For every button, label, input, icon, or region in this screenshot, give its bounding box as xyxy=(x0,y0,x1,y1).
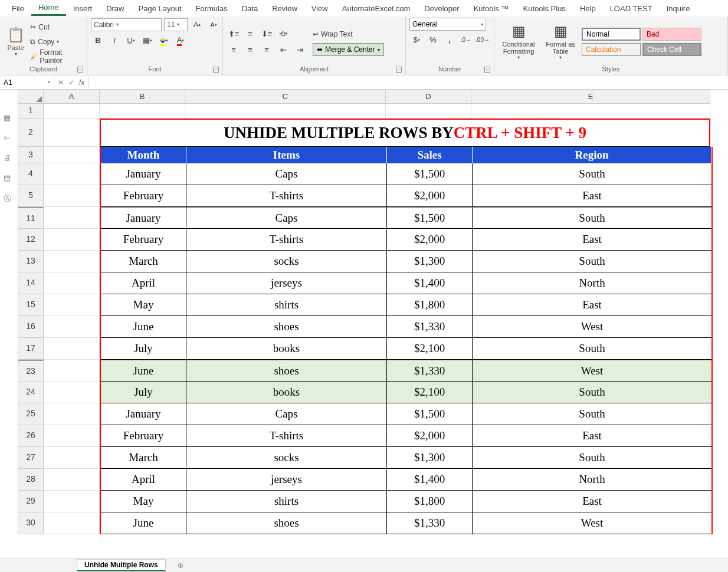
tab-file[interactable]: File xyxy=(5,2,31,15)
font-color-button[interactable]: A▾ xyxy=(173,34,188,47)
dialog-launcher-icon[interactable]: ⌐ xyxy=(484,67,490,73)
row-header-5[interactable]: 5 xyxy=(18,185,44,207)
cell-C23[interactable]: shoes xyxy=(186,360,387,382)
cell-B16[interactable]: June xyxy=(101,316,186,338)
row-header-15[interactable]: 15 xyxy=(18,294,44,316)
cell-D12[interactable]: $2,000 xyxy=(387,229,473,251)
cell-B11[interactable]: January xyxy=(101,208,186,229)
paste-button[interactable]: 📋 Paste ▾ xyxy=(4,21,28,63)
cell-D15[interactable]: $1,800 xyxy=(387,294,473,316)
row-header-26[interactable]: 26 xyxy=(18,425,44,447)
row-header-14[interactable]: 14 xyxy=(18,272,44,294)
col-header-D[interactable]: D xyxy=(386,90,471,104)
cell-B30[interactable]: June xyxy=(101,512,186,534)
cell-E28[interactable]: North xyxy=(473,469,711,491)
comma-button[interactable]: , xyxy=(442,34,457,47)
cell-A13[interactable] xyxy=(44,251,100,272)
wrap-text-button[interactable]: ↩Wrap Text xyxy=(313,27,384,41)
cell-B28[interactable]: April xyxy=(101,469,186,491)
style-calculation[interactable]: Calculation xyxy=(582,43,641,56)
row-header-11[interactable]: 11 xyxy=(18,207,44,229)
row-header-28[interactable]: 28 xyxy=(18,469,44,491)
cell-B14[interactable]: April xyxy=(101,272,186,294)
row-header-23[interactable]: 23 xyxy=(18,360,44,382)
cell-E11[interactable]: South xyxy=(473,208,711,229)
tab-draw[interactable]: Draw xyxy=(99,2,131,15)
cell-B12[interactable]: February xyxy=(101,229,186,251)
cell-B29[interactable]: May xyxy=(101,491,186,512)
pin-icon[interactable]: ▤ xyxy=(4,173,13,183)
dialog-launcher-icon[interactable]: ⌐ xyxy=(213,67,219,73)
row-header-13[interactable]: 13 xyxy=(18,251,44,272)
new-sheet-button[interactable]: ⊕ xyxy=(178,561,183,570)
cell-D11[interactable]: $1,500 xyxy=(387,208,473,229)
accounting-button[interactable]: $▾ xyxy=(409,34,424,47)
cell-C15[interactable]: shirts xyxy=(186,294,387,316)
cell-E25[interactable]: South xyxy=(473,403,711,425)
header-month[interactable]: Month xyxy=(101,147,186,163)
align-center-button[interactable]: ≡ xyxy=(243,43,257,56)
cell-D16[interactable]: $1,330 xyxy=(387,316,473,338)
percent-button[interactable]: % xyxy=(426,34,440,47)
cell-D5[interactable]: $2,000 xyxy=(387,185,473,207)
increase-decimal-button[interactable]: .0→ xyxy=(459,34,473,47)
dialog-launcher-icon[interactable]: ⌐ xyxy=(396,67,402,73)
cell-E17[interactable]: South xyxy=(473,338,711,360)
bold-button[interactable]: B xyxy=(91,34,105,47)
cell-B13[interactable]: March xyxy=(101,251,186,272)
fx-icon[interactable]: fx xyxy=(79,78,84,87)
cell-A11[interactable] xyxy=(44,207,100,229)
style-bad[interactable]: Bad xyxy=(642,28,701,41)
orientation-button[interactable]: ⟲▾ xyxy=(276,27,290,40)
tab-kutools-plus[interactable]: Kutools Plus xyxy=(516,2,573,15)
cell-A17[interactable] xyxy=(44,338,100,360)
cell-C30[interactable]: shoes xyxy=(186,512,387,534)
pin-icon[interactable]: ⇦ xyxy=(4,133,13,143)
cell-B23[interactable]: June xyxy=(101,360,186,382)
font-name-combo[interactable]: Calibri▾ xyxy=(91,18,162,31)
cell-D30[interactable]: $1,330 xyxy=(387,512,473,534)
pin-icon[interactable]: 🖨 xyxy=(4,153,13,163)
header-region[interactable]: Region xyxy=(473,147,711,163)
tab-load-test[interactable]: LOAD TEST xyxy=(603,2,660,15)
tab-formulas[interactable]: Formulas xyxy=(189,2,235,15)
border-button[interactable]: ▦▾ xyxy=(140,34,155,47)
decrease-indent-button[interactable]: ⇤ xyxy=(276,43,290,56)
cell-C17[interactable]: books xyxy=(186,338,387,360)
row-header-12[interactable]: 12 xyxy=(18,229,44,251)
cell-E15[interactable]: East xyxy=(473,294,711,316)
cell-C27[interactable]: socks xyxy=(186,447,387,469)
cell-A28[interactable] xyxy=(44,469,100,491)
cell-E26[interactable]: East xyxy=(473,425,711,447)
cell-D14[interactable]: $1,400 xyxy=(387,272,473,294)
cell-E12[interactable]: East xyxy=(473,229,711,251)
row-header-16[interactable]: 16 xyxy=(18,316,44,338)
tab-insert[interactable]: Insert xyxy=(66,2,100,15)
col-header-E[interactable]: E xyxy=(471,90,710,104)
row-header-25[interactable]: 25 xyxy=(18,403,44,425)
align-right-button[interactable]: ≡ xyxy=(260,43,274,56)
row-header-3[interactable]: 3 xyxy=(18,147,44,163)
cell-C25[interactable]: Caps xyxy=(186,403,387,425)
pin-icon[interactable]: Ⓐ xyxy=(4,193,13,203)
cell-A24[interactable] xyxy=(44,382,100,403)
cell-B26[interactable]: February xyxy=(101,425,186,447)
fill-color-button[interactable]: ⬙▾ xyxy=(157,34,171,47)
cell-A15[interactable] xyxy=(44,294,100,316)
header-items[interactable]: Items xyxy=(186,147,387,163)
cell-E27[interactable]: South xyxy=(473,447,711,469)
tab-developer[interactable]: Developer xyxy=(417,2,466,15)
cell-D27[interactable]: $1,300 xyxy=(387,447,473,469)
cell-C12[interactable]: T-shirts xyxy=(186,229,387,251)
cell-C29[interactable]: shirts xyxy=(186,491,387,512)
cell-D28[interactable]: $1,400 xyxy=(387,469,473,491)
cell-A25[interactable] xyxy=(44,403,100,425)
cell-C13[interactable]: socks xyxy=(186,251,387,272)
cancel-icon[interactable]: ✕ xyxy=(58,78,64,87)
cell-A12[interactable] xyxy=(44,229,100,251)
cell-A14[interactable] xyxy=(44,272,100,294)
cell-D1[interactable] xyxy=(386,104,471,119)
cell-A26[interactable] xyxy=(44,425,100,447)
align-top-button[interactable]: ⬆≡ xyxy=(227,27,241,40)
cell-D23[interactable]: $1,330 xyxy=(387,360,473,382)
